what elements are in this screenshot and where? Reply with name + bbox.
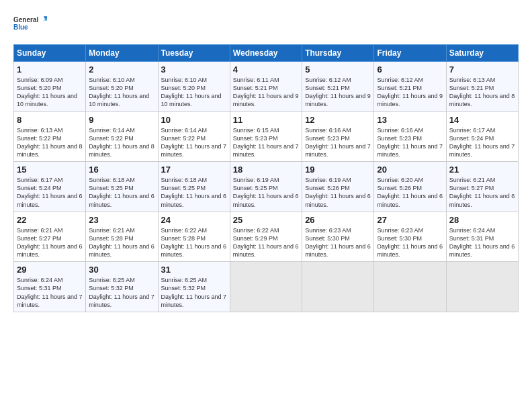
day-number: 3 [161,64,227,75]
cell-info: Sunrise: 6:16 AMSunset: 5:23 PMDaylight:… [305,127,371,158]
day-number: 24 [161,215,227,225]
day-number: 2 [89,64,154,75]
day-number: 16 [89,165,154,175]
day-cell: 12 Sunrise: 6:16 AMSunset: 5:23 PMDaylig… [302,111,374,162]
day-number: 20 [377,165,443,175]
day-cell: 4 Sunrise: 6:11 AMSunset: 5:21 PMDayligh… [230,62,302,112]
cell-info: Sunrise: 6:25 AMSunset: 5:32 PMDaylight:… [161,277,227,308]
day-number: 28 [449,215,515,225]
day-number: 22 [17,215,83,225]
day-number: 29 [17,265,83,275]
day-number: 11 [233,115,299,125]
day-cell: 23 Sunrise: 6:21 AMSunset: 5:28 PMDaylig… [86,212,158,262]
week-row-4: 22 Sunrise: 6:21 AMSunset: 5:27 PMDaylig… [14,212,519,262]
day-cell: 21 Sunrise: 6:21 AMSunset: 5:27 PMDaylig… [446,162,518,212]
cell-info: Sunrise: 6:11 AMSunset: 5:21 PMDaylight:… [233,77,299,107]
day-cell: 15 Sunrise: 6:17 AMSunset: 5:24 PMDaylig… [14,162,86,212]
day-number: 13 [377,115,443,125]
col-header-wednesday: Wednesday [230,45,302,62]
day-cell: 14 Sunrise: 6:17 AMSunset: 5:24 PMDaylig… [446,111,518,162]
col-header-monday: Monday [86,45,158,62]
col-header-friday: Friday [374,45,446,62]
day-cell: 3 Sunrise: 6:10 AMSunset: 5:20 PMDayligh… [158,62,230,112]
calendar-table: SundayMondayTuesdayWednesdayThursdayFrid… [13,44,519,312]
day-cell: 29 Sunrise: 6:24 AMSunset: 5:31 PMDaylig… [14,262,86,312]
day-number: 30 [89,265,154,275]
day-cell: 1 Sunrise: 6:09 AMSunset: 5:20 PMDayligh… [14,62,86,112]
day-cell [446,262,518,312]
cell-info: Sunrise: 6:21 AMSunset: 5:27 PMDaylight:… [17,227,83,258]
cell-info: Sunrise: 6:18 AMSunset: 5:25 PMDaylight:… [89,177,154,208]
day-number: 10 [161,115,227,125]
cell-info: Sunrise: 6:13 AMSunset: 5:21 PMDaylight:… [449,77,515,107]
week-row-1: 1 Sunrise: 6:09 AMSunset: 5:20 PMDayligh… [14,62,519,112]
day-cell: 28 Sunrise: 6:24 AMSunset: 5:31 PMDaylig… [446,212,518,262]
header: General Blue [13,11,519,38]
cell-info: Sunrise: 6:10 AMSunset: 5:20 PMDaylight:… [161,77,222,107]
day-number: 1 [17,64,83,75]
day-number: 8 [17,115,83,125]
cell-info: Sunrise: 6:16 AMSunset: 5:23 PMDaylight:… [377,127,443,158]
day-cell: 20 Sunrise: 6:20 AMSunset: 5:26 PMDaylig… [374,162,446,212]
day-number: 6 [377,64,443,75]
cell-info: Sunrise: 6:21 AMSunset: 5:28 PMDaylight:… [89,227,154,258]
day-cell: 11 Sunrise: 6:15 AMSunset: 5:23 PMDaylig… [230,111,302,162]
svg-text:General: General [13,16,38,24]
cell-info: Sunrise: 6:12 AMSunset: 5:21 PMDaylight:… [305,77,371,107]
day-number: 4 [233,64,299,75]
day-cell: 2 Sunrise: 6:10 AMSunset: 5:20 PMDayligh… [86,62,158,112]
col-header-sunday: Sunday [14,45,86,62]
cell-info: Sunrise: 6:17 AMSunset: 5:24 PMDaylight:… [449,127,515,158]
week-row-5: 29 Sunrise: 6:24 AMSunset: 5:31 PMDaylig… [14,262,519,312]
day-number: 5 [305,64,371,75]
week-row-3: 15 Sunrise: 6:17 AMSunset: 5:24 PMDaylig… [14,162,519,212]
day-number: 27 [377,215,443,225]
cell-info: Sunrise: 6:19 AMSunset: 5:25 PMDaylight:… [233,177,299,208]
day-cell: 24 Sunrise: 6:22 AMSunset: 5:28 PMDaylig… [158,212,230,262]
logo: General Blue [13,11,47,38]
col-header-thursday: Thursday [302,45,374,62]
day-cell: 9 Sunrise: 6:14 AMSunset: 5:22 PMDayligh… [86,111,158,162]
cell-info: Sunrise: 6:14 AMSunset: 5:22 PMDaylight:… [89,127,154,158]
day-cell [230,262,302,312]
day-cell [374,262,446,312]
day-cell: 22 Sunrise: 6:21 AMSunset: 5:27 PMDaylig… [14,212,86,262]
day-cell: 25 Sunrise: 6:22 AMSunset: 5:29 PMDaylig… [230,212,302,262]
day-cell: 17 Sunrise: 6:18 AMSunset: 5:25 PMDaylig… [158,162,230,212]
cell-info: Sunrise: 6:09 AMSunset: 5:20 PMDaylight:… [17,77,77,107]
day-cell: 19 Sunrise: 6:19 AMSunset: 5:26 PMDaylig… [302,162,374,212]
page: General Blue SundayMondayTuesdayWednesda… [0,0,532,411]
day-cell: 16 Sunrise: 6:18 AMSunset: 5:25 PMDaylig… [86,162,158,212]
cell-info: Sunrise: 6:24 AMSunset: 5:31 PMDaylight:… [17,277,83,308]
day-number: 9 [89,115,154,125]
day-cell [302,262,374,312]
day-cell: 7 Sunrise: 6:13 AMSunset: 5:21 PMDayligh… [446,62,518,112]
cell-info: Sunrise: 6:14 AMSunset: 5:22 PMDaylight:… [161,127,227,158]
col-header-saturday: Saturday [446,45,518,62]
cell-info: Sunrise: 6:10 AMSunset: 5:20 PMDaylight:… [89,77,149,107]
day-number: 31 [161,265,227,275]
day-cell: 5 Sunrise: 6:12 AMSunset: 5:21 PMDayligh… [302,62,374,112]
day-number: 23 [89,215,154,225]
day-number: 21 [449,165,515,175]
day-number: 26 [305,215,371,225]
cell-info: Sunrise: 6:22 AMSunset: 5:29 PMDaylight:… [233,227,299,258]
day-cell: 30 Sunrise: 6:25 AMSunset: 5:32 PMDaylig… [86,262,158,312]
day-cell: 18 Sunrise: 6:19 AMSunset: 5:25 PMDaylig… [230,162,302,212]
week-row-2: 8 Sunrise: 6:13 AMSunset: 5:22 PMDayligh… [14,111,519,162]
day-number: 12 [305,115,371,125]
svg-text:Blue: Blue [13,24,28,31]
day-number: 7 [449,64,515,75]
day-number: 17 [161,165,227,175]
day-cell: 27 Sunrise: 6:23 AMSunset: 5:30 PMDaylig… [374,212,446,262]
day-cell: 8 Sunrise: 6:13 AMSunset: 5:22 PMDayligh… [14,111,86,162]
cell-info: Sunrise: 6:23 AMSunset: 5:30 PMDaylight:… [305,227,371,258]
cell-info: Sunrise: 6:19 AMSunset: 5:26 PMDaylight:… [305,177,371,208]
day-cell: 10 Sunrise: 6:14 AMSunset: 5:22 PMDaylig… [158,111,230,162]
cell-info: Sunrise: 6:25 AMSunset: 5:32 PMDaylight:… [89,277,154,308]
cell-info: Sunrise: 6:13 AMSunset: 5:22 PMDaylight:… [17,127,83,158]
day-number: 18 [233,165,299,175]
day-number: 25 [233,215,299,225]
cell-info: Sunrise: 6:15 AMSunset: 5:23 PMDaylight:… [233,127,299,158]
cell-info: Sunrise: 6:17 AMSunset: 5:24 PMDaylight:… [17,177,83,208]
